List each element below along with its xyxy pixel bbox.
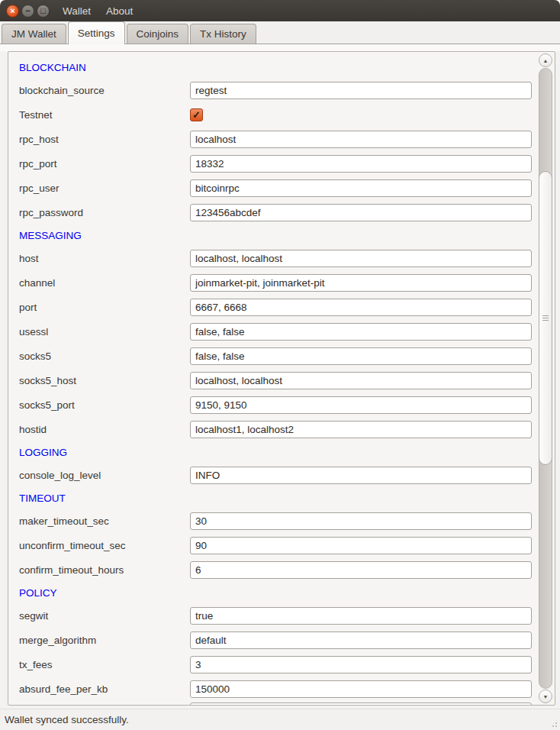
- field-label: usessl: [19, 326, 190, 338]
- field-row: [8, 701, 555, 706]
- resize-grip-icon[interactable]: [549, 719, 558, 728]
- field-row: hostid: [8, 417, 555, 441]
- field-row: rpc_user: [8, 176, 555, 200]
- minimize-icon: −: [25, 6, 30, 15]
- field-row: channel: [8, 270, 555, 295]
- field-input-rpc_user[interactable]: [190, 179, 532, 197]
- field-label: unconfirm_timeout_sec: [19, 540, 190, 551]
- testnet-checkbox[interactable]: ✓: [190, 108, 203, 121]
- field-input[interactable]: [190, 703, 532, 706]
- field-label: socks5: [19, 350, 190, 362]
- field-row: host: [8, 246, 555, 270]
- field-label: segwit: [19, 610, 190, 622]
- field-row: console_log_level: [8, 463, 555, 487]
- field-input-confirm_timeout_hours[interactable]: [190, 561, 532, 579]
- menu-wallet[interactable]: Wallet: [63, 5, 91, 17]
- field-row: socks5: [8, 344, 555, 368]
- tab-coinjoins[interactable]: Coinjoins: [127, 24, 189, 44]
- field-input-rpc_port[interactable]: [190, 155, 532, 173]
- scroll-down-button[interactable]: ▼: [539, 690, 552, 703]
- field-row: usessl: [8, 319, 555, 344]
- tab-pane: BLOCKCHAINblockchain_sourceTestnet✓rpc_h…: [0, 44, 560, 709]
- vertical-scrollbar[interactable]: ▲ ▼: [539, 53, 552, 703]
- field-input-usessl[interactable]: [190, 323, 532, 341]
- field-row: socks5_port: [8, 392, 555, 417]
- field-input-maker_timeout_sec[interactable]: [190, 512, 532, 530]
- field-row: Testnet✓: [8, 102, 555, 127]
- field-row: absurd_fee_per_kb: [8, 677, 555, 701]
- field-row: tx_fees: [8, 652, 555, 677]
- field-row: confirm_timeout_hours: [8, 557, 555, 582]
- field-input-blockchain_source[interactable]: [190, 82, 532, 99]
- field-row: blockchain_source: [8, 78, 555, 102]
- menu-about[interactable]: About: [106, 5, 133, 17]
- field-input-rpc_host[interactable]: [190, 131, 532, 148]
- field-label: port: [19, 302, 190, 313]
- tab-bar: JM WalletSettingsCoinjoinsTx History: [0, 21, 560, 44]
- status-bar: Wallet synced successfully.: [0, 709, 560, 730]
- menubar: Wallet About: [63, 5, 133, 17]
- field-label: hostid: [19, 424, 190, 435]
- field-input-socks5_port[interactable]: [190, 396, 532, 414]
- field-row: port: [8, 295, 555, 319]
- scroll-down-icon: ▼: [543, 694, 549, 699]
- field-row: rpc_host: [8, 127, 555, 151]
- section-header-blockchain: BLOCKCHAIN: [8, 57, 555, 78]
- field-label: absurd_fee_per_kb: [19, 683, 190, 695]
- close-button[interactable]: ×: [6, 5, 19, 18]
- tab-tx-history[interactable]: Tx History: [190, 24, 256, 44]
- scrollbar-track[interactable]: [539, 68, 552, 689]
- tab-settings[interactable]: Settings: [68, 21, 125, 44]
- field-input-absurd_fee_per_kb[interactable]: [190, 680, 532, 698]
- settings-scroll-area: BLOCKCHAINblockchain_sourceTestnet✓rpc_h…: [8, 51, 555, 706]
- titlebar: × − □ Wallet About: [0, 0, 560, 21]
- field-row: merge_algorithm: [8, 628, 555, 652]
- field-label: rpc_host: [19, 134, 190, 145]
- section-header-messaging: MESSAGING: [8, 224, 555, 246]
- field-input-merge_algorithm[interactable]: [190, 631, 532, 649]
- field-input-port[interactable]: [190, 299, 532, 316]
- field-label: rpc_port: [19, 158, 190, 170]
- app-window: × − □ Wallet About JM WalletSettingsCoin…: [0, 0, 560, 730]
- field-label: channel: [19, 277, 190, 289]
- checkmark-icon: ✓: [192, 109, 201, 121]
- field-row: rpc_port: [8, 151, 555, 176]
- field-input-host[interactable]: [190, 250, 532, 267]
- field-input-socks5_host[interactable]: [190, 372, 532, 389]
- field-label: maker_timeout_sec: [19, 515, 190, 527]
- field-input-tx_fees[interactable]: [190, 656, 532, 673]
- minimize-button[interactable]: −: [21, 5, 34, 18]
- field-input-hostid[interactable]: [190, 421, 532, 438]
- field-input-channel[interactable]: [190, 274, 532, 292]
- field-row: segwit: [8, 603, 555, 628]
- field-label: socks5_port: [19, 399, 190, 411]
- section-header-timeout: TIMEOUT: [8, 487, 555, 509]
- field-row: maker_timeout_sec: [8, 509, 555, 533]
- maximize-button[interactable]: □: [37, 5, 50, 18]
- field-label: Testnet: [19, 109, 190, 121]
- field-input-rpc_password[interactable]: [190, 204, 532, 221]
- pane-highlight-strip: [0, 44, 560, 51]
- scrollbar-handle[interactable]: [539, 171, 552, 465]
- field-input-unconfirm_timeout_sec[interactable]: [190, 537, 532, 554]
- field-row: socks5_host: [8, 368, 555, 392]
- field-label: confirm_timeout_hours: [19, 564, 190, 576]
- field-label: host: [19, 253, 190, 264]
- tab-jm-wallet[interactable]: JM Wallet: [2, 24, 66, 44]
- field-label: merge_algorithm: [19, 635, 190, 646]
- field-input-socks5[interactable]: [190, 347, 532, 365]
- section-header-logging: LOGGING: [8, 441, 555, 463]
- status-text: Wallet synced successfully.: [5, 714, 129, 725]
- field-row: unconfirm_timeout_sec: [8, 533, 555, 557]
- field-label: socks5_host: [19, 375, 190, 386]
- field-label: rpc_user: [19, 182, 190, 194]
- field-input-segwit[interactable]: [190, 607, 532, 625]
- field-input-console_log_level[interactable]: [190, 467, 532, 484]
- scroll-up-button[interactable]: ▲: [539, 53, 552, 67]
- field-label: rpc_password: [19, 207, 190, 218]
- field-label: console_log_level: [19, 470, 190, 481]
- field-label: blockchain_source: [19, 85, 190, 96]
- scroll-up-icon: ▲: [543, 58, 549, 63]
- settings-form: BLOCKCHAINblockchain_sourceTestnet✓rpc_h…: [8, 52, 555, 706]
- section-header-policy: POLICY: [8, 582, 555, 603]
